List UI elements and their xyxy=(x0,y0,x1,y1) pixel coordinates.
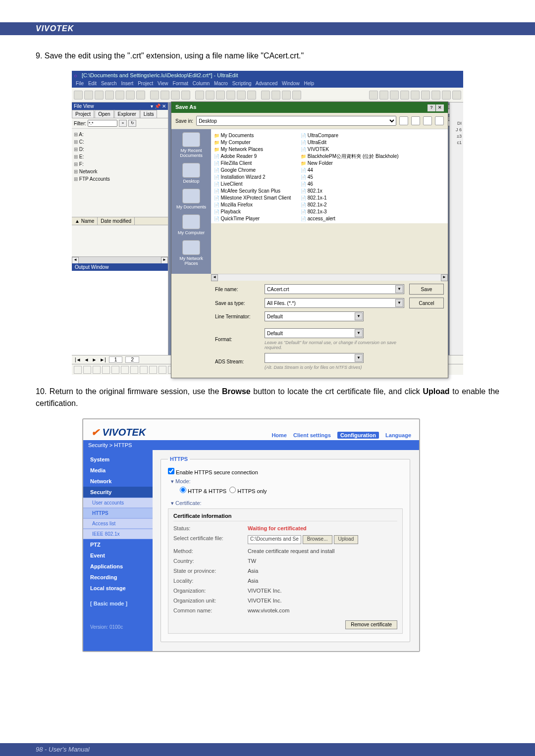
menu-edit[interactable]: Edit xyxy=(88,81,97,86)
menu-file[interactable]: File xyxy=(76,81,84,86)
toolbar-icon[interactable] xyxy=(261,91,270,100)
toolbar-icon[interactable] xyxy=(84,91,93,100)
file-item[interactable]: Google Chrome xyxy=(214,167,291,174)
tree-item[interactable]: FTP Accounts xyxy=(74,175,166,183)
file-item[interactable]: RealPlayer xyxy=(214,222,291,223)
menu-window[interactable]: Window xyxy=(282,81,300,86)
sidebar-item-media[interactable]: Media xyxy=(83,465,153,476)
sidebar-sub-useraccounts[interactable]: User accounts xyxy=(83,498,153,508)
lineterm-select[interactable]: Default▼ xyxy=(265,311,364,321)
sidebar-item-applications[interactable]: Applications xyxy=(83,561,153,572)
scroll-left[interactable]: ◄ xyxy=(211,274,218,281)
toolbar-icon[interactable] xyxy=(226,91,235,100)
up-icon[interactable] xyxy=(411,116,420,125)
chevron-down-icon[interactable]: ▼ xyxy=(355,329,363,337)
tree-item[interactable]: A: xyxy=(74,131,166,138)
place-mydocs[interactable]: My Documents xyxy=(173,189,209,209)
menu-insert[interactable]: Insert xyxy=(121,81,133,86)
col-name[interactable]: ▲ Name xyxy=(72,217,98,225)
file-item[interactable]: UltraCompare xyxy=(301,132,398,139)
sidebar-item-system[interactable]: System xyxy=(83,454,153,465)
chevron-down-icon[interactable]: ▼ xyxy=(355,312,363,320)
page-tab-2[interactable]: 2 xyxy=(125,356,139,363)
menu-format[interactable]: Format xyxy=(172,81,188,86)
mode-radio-both[interactable] xyxy=(180,487,186,493)
sidebar-sub-https[interactable]: HTTPS xyxy=(83,508,153,518)
bt-icon[interactable] xyxy=(83,366,91,374)
nav-home[interactable]: Home xyxy=(271,432,287,438)
cancel-button[interactable]: Cancel xyxy=(409,298,444,308)
back-icon[interactable] xyxy=(399,116,408,125)
format-select[interactable]: Default▼ xyxy=(265,328,364,338)
toolbar-icon[interactable] xyxy=(237,91,246,100)
sidebar-item-security[interactable]: Security xyxy=(83,487,153,498)
tree-item[interactable]: D: xyxy=(74,146,166,153)
toolbar-icon[interactable] xyxy=(160,91,169,100)
remove-certificate-button[interactable]: Remove certificate xyxy=(345,620,397,629)
bt-icon[interactable] xyxy=(140,366,148,374)
tree-item[interactable]: E: xyxy=(74,153,166,160)
save-button[interactable]: Save xyxy=(409,284,444,295)
file-item[interactable]: 46 xyxy=(301,181,398,188)
help-icon[interactable]: ? xyxy=(428,104,435,111)
file-item[interactable]: 45 xyxy=(301,174,398,181)
menu-search[interactable]: Search xyxy=(101,81,117,86)
panel-controls[interactable]: ▾ 📌 ✕ xyxy=(151,103,166,109)
file-item[interactable]: FileZilla Client xyxy=(214,160,291,167)
file-item[interactable]: Adobe Reader 9 xyxy=(214,153,291,160)
toolbar-icon[interactable] xyxy=(452,91,461,100)
file-item[interactable]: 802.1x xyxy=(301,188,398,195)
page-next[interactable]: ► xyxy=(92,357,97,362)
toolbar-icon[interactable] xyxy=(171,91,180,100)
page-prev[interactable]: ◄ xyxy=(84,357,89,362)
place-network[interactable]: My Network Places xyxy=(173,240,209,266)
bt-icon[interactable] xyxy=(130,366,138,374)
menu-scripting[interactable]: Scripting xyxy=(232,81,252,86)
file-item[interactable]: McAfee Security Scan Plus xyxy=(214,188,291,195)
file-item[interactable]: 802.1x-3 xyxy=(301,208,398,215)
menu-view[interactable]: View xyxy=(158,81,168,86)
file-browser[interactable]: My Documents My Computer My Network Plac… xyxy=(211,129,448,223)
nav-client-settings[interactable]: Client settings xyxy=(293,432,331,438)
file-item[interactable]: 802.1x-1 xyxy=(301,195,398,202)
toolbar-icon[interactable] xyxy=(442,91,451,100)
sidebar-sub-accesslist[interactable]: Access list xyxy=(83,518,153,529)
toolbar-icon[interactable] xyxy=(181,91,190,100)
tree-item[interactable]: C: xyxy=(74,138,166,146)
tree-item[interactable]: Network xyxy=(74,168,166,175)
toolbar-icon[interactable] xyxy=(216,91,225,100)
scroll-left[interactable]: ◄ xyxy=(72,257,79,264)
certificate-file-input[interactable]: C:\Documents and Se xyxy=(248,535,301,544)
file-item[interactable]: Playback xyxy=(214,208,291,215)
file-item[interactable]: Installation Wizard 2 xyxy=(214,174,291,181)
file-item[interactable]: BlackholePM公用資料夾 (位於 Blackhole) xyxy=(301,153,398,160)
ads-select[interactable]: ▼ xyxy=(265,353,364,363)
toolbar-icon[interactable] xyxy=(115,91,124,100)
toolbar-icon[interactable] xyxy=(74,91,83,100)
toolbar-icon[interactable] xyxy=(421,91,430,100)
file-item[interactable]: access_alert xyxy=(301,215,398,222)
tab-explorer[interactable]: Explorer xyxy=(114,110,140,118)
toolbar-icon[interactable] xyxy=(282,91,291,100)
file-item[interactable]: 802.1x-2 xyxy=(301,202,398,208)
file-item[interactable]: activeX_plugin xyxy=(301,222,398,223)
newfolder-icon[interactable] xyxy=(423,116,432,125)
toolbar-icon[interactable] xyxy=(126,91,135,100)
menu-help[interactable]: Help xyxy=(304,81,314,86)
file-item[interactable]: New Folder xyxy=(301,160,398,167)
filter-refresh-button[interactable]: ↻ xyxy=(128,120,136,127)
toolbar-icon[interactable] xyxy=(400,91,409,100)
file-item[interactable]: UltraEdit xyxy=(301,139,398,146)
bt-icon[interactable] xyxy=(102,366,110,374)
nav-language[interactable]: Language xyxy=(385,432,411,438)
tab-open[interactable]: Open xyxy=(95,110,113,118)
mode-radio-httpsonly[interactable] xyxy=(229,487,236,493)
toolbar-icon[interactable] xyxy=(431,91,440,100)
menu-advanced[interactable]: Advanced xyxy=(256,81,277,86)
file-item[interactable]: My Documents xyxy=(214,132,291,139)
toolbar-icon[interactable] xyxy=(411,91,420,100)
file-item[interactable]: My Network Places xyxy=(214,146,291,153)
filename-input[interactable]: CAcert.crt▼ xyxy=(265,284,404,294)
file-item[interactable]: QuickTime Player xyxy=(214,215,291,222)
sidebar-item-network[interactable]: Network xyxy=(83,476,153,487)
